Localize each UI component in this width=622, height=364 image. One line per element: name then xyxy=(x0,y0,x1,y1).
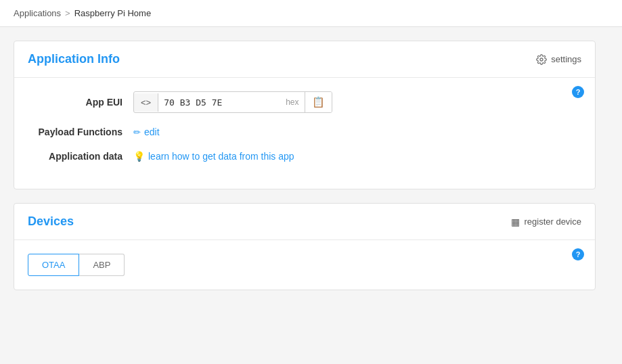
tab-otaa[interactable]: OTAA xyxy=(28,254,79,276)
app-info-help-icon[interactable]: ? xyxy=(572,86,584,98)
device-tabs: OTAA ABP xyxy=(28,254,581,276)
copy-icon: 📋 xyxy=(312,96,325,108)
card-header-app-info: Application Info settings xyxy=(14,41,595,78)
breadcrumb-parent[interactable]: Applications xyxy=(14,8,61,18)
register-device-action: ▦ register device xyxy=(511,217,581,227)
application-info-card: Application Info settings ? App EUI <> h… xyxy=(14,41,596,189)
breadcrumb-separator: > xyxy=(65,8,70,18)
settings-action: settings xyxy=(536,54,581,65)
devices-card: Devices ▦ register device ? OTAA ABP xyxy=(14,203,596,290)
gear-icon xyxy=(536,54,547,65)
app-eui-row: App EUI <> hex 📋 xyxy=(28,91,581,113)
eui-toggle-button[interactable]: <> xyxy=(134,93,158,112)
learn-label: learn how to get data from this app xyxy=(148,151,294,162)
app-info-body: ? App EUI <> hex 📋 Payload Fu xyxy=(14,78,595,189)
edit-label: edit xyxy=(144,127,160,137)
devices-body: ? OTAA ABP xyxy=(14,240,595,290)
payload-functions-row: Payload Functions ✏ edit xyxy=(28,127,581,137)
register-device-link[interactable]: register device xyxy=(524,217,581,227)
payload-functions-value: ✏ edit xyxy=(133,127,160,137)
application-data-row: Application data 💡 learn how to get data… xyxy=(28,151,581,162)
app-eui-label: App EUI xyxy=(28,97,123,108)
breadcrumb-current: Raspberry Pi Home xyxy=(74,8,151,18)
svg-point-0 xyxy=(540,58,543,61)
app-info-title: Application Info xyxy=(28,52,120,66)
card-header-devices: Devices ▦ register device xyxy=(14,204,595,240)
breadcrumb: Applications > Raspberry Pi Home xyxy=(0,0,622,27)
eui-suffix: hex xyxy=(280,93,304,111)
eui-copy-button[interactable]: 📋 xyxy=(305,92,332,112)
payload-functions-label: Payload Functions xyxy=(28,127,123,137)
learn-link[interactable]: 💡 learn how to get data from this app xyxy=(133,151,294,162)
app-eui-input[interactable] xyxy=(158,93,280,112)
bulb-icon: 💡 xyxy=(133,151,145,162)
devices-title: Devices xyxy=(28,214,74,229)
app-eui-value: <> hex 📋 xyxy=(133,91,332,113)
pencil-icon: ✏ xyxy=(133,127,141,137)
settings-link[interactable]: settings xyxy=(551,54,581,64)
payload-edit-link[interactable]: ✏ edit xyxy=(133,127,160,137)
register-device-icon: ▦ xyxy=(511,217,520,227)
tab-abp[interactable]: ABP xyxy=(79,254,125,276)
application-data-label: Application data xyxy=(28,151,123,162)
application-data-value: 💡 learn how to get data from this app xyxy=(133,151,294,162)
eui-input-group: <> hex 📋 xyxy=(133,91,332,113)
devices-help-icon[interactable]: ? xyxy=(572,248,584,260)
